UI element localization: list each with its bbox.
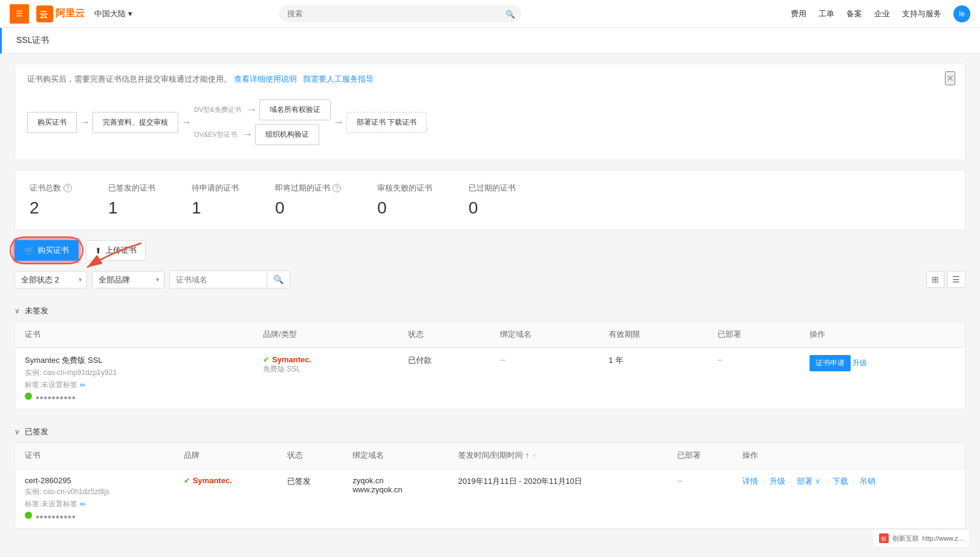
sstatus-cell: 已签发 [277,469,343,529]
domain-filter-input[interactable] [170,272,267,288]
upload-icon: ⬆ [95,246,102,255]
brand-filter[interactable]: 全部品牌 [92,271,164,288]
expiring-info-icon[interactable]: ? [333,184,341,192]
search-icon: 🔍 [505,9,515,18]
cert-apply-button[interactable]: 证书申请 [810,355,851,371]
unsigned-section: ∨ 未签发 证书 品牌/类型 状态 绑定域名 有效期限 已部署 操作 [15,298,965,409]
nav-orders[interactable]: 工单 [819,8,834,19]
unsigned-chevron: ∨ [15,307,20,315]
sdomain-cell: zyqok.cn www.zyqok.cn [343,469,449,529]
flow-buy-label: 购买证书 [37,117,67,128]
service-link[interactable]: 我需要人工服务指导 [303,74,374,83]
footer-badge: 创 创新互联 http://www.z... [872,529,970,547]
scol-validity: 签发时间/到期时间 ↑ ↑ [449,443,667,469]
flow-step-buy: 购买证书 [27,112,77,133]
region-selector[interactable]: 中国大陆 ▾ [94,8,132,19]
status-filter-wrapper: 全部状态 2 [15,271,87,288]
list-view-button[interactable]: ☰ [947,271,965,288]
brand-name: Symantec. [272,355,311,364]
signed-section-header[interactable]: ∨ 已签发 [15,419,965,442]
logo: 云 阿里云 [36,5,85,22]
scol-domain: 绑定域名 [343,443,449,469]
close-banner-button[interactable]: ✕ [945,71,955,85]
col-brand-type: 品牌/类型 [253,322,398,348]
flow-step-complete: 完善资料、提交审核 [92,112,178,133]
sbrand-name: Symantec. [193,476,232,485]
search-input[interactable] [279,5,521,22]
col-status: 状态 [398,322,490,348]
total-info-icon[interactable]: ? [63,184,72,192]
status-filter[interactable]: 全部状态 2 [15,271,87,288]
toolbar: 🛒 购买证书 ⬆ 上传证书 [15,240,965,261]
scert-info-cell: cert-2860295 实例: cas-cn-v0h1dz5zt8js 标签:… [15,469,174,529]
nav-icp[interactable]: 备案 [846,8,862,19]
tag-edit-link[interactable]: ✏ [80,381,86,389]
buy-btn-label: 购买证书 [37,245,69,256]
col-domain: 绑定域名 [490,322,599,348]
grid-view-button[interactable]: ⊞ [926,271,944,288]
signed-table-body: cert-2860295 实例: cas-cn-v0h1dz5zt8js 标签:… [15,469,965,529]
cert-instance: 实例: cas-cn-mp91dzp1y921 [25,368,244,378]
flow-step-org: 组织机构验证 [255,124,319,145]
detail-action-link[interactable]: 详情 [742,477,758,486]
user-avatar[interactable]: Ie [953,5,970,22]
flow-org-label: 组织机构验证 [265,129,309,140]
stat-total-value: 2 [30,198,72,218]
deploy-action-link[interactable]: 部署 [797,477,813,486]
download-action-link[interactable]: 下载 [832,477,848,486]
unsigned-label: 未签发 [25,305,48,316]
cart-icon: 🛒 [24,246,34,255]
dv-label: DV型&免费证书 [194,105,241,114]
table-row: cert-2860295 实例: cas-cn-v0h1dz5zt8js 标签:… [15,469,965,529]
sdomain2: www.zyqok.cn [352,485,439,494]
sort-icon[interactable]: ↑ [533,452,536,459]
upload-certificate-button[interactable]: ⬆ 上传证书 [86,240,146,261]
scol-deployed: 已部署 [667,443,733,469]
unsigned-section-header[interactable]: ∨ 未签发 [15,298,965,321]
deploy-arrow[interactable]: ∨ [814,477,821,486]
scert-name: cert-2860295 [25,476,164,485]
cert-status-icon: ●●●●●●●●●● [25,393,244,402]
buy-certificate-button[interactable]: 🛒 购买证书 [15,240,79,261]
upgrade-action-link[interactable]: 升级 [770,477,785,486]
top-nav: ☰ 云 阿里云 中国大陆 ▾ 🔍 费用 工单 备案 企业 支持与服务 Ie [0,0,980,28]
sdomain1: zyqok.cn [352,476,439,485]
nav-fees[interactable]: 费用 [791,8,806,19]
cert-name: Symantec 免费版 SSL [25,355,244,366]
region-arrow: ▾ [128,9,132,18]
logo-text: 阿里云 [56,7,85,20]
svg-text:创: 创 [881,536,886,542]
view-toggle: ⊞ ☰ [926,271,965,288]
stat-expired-label: 已过期的证书 [469,183,516,194]
table-row: Symantec 免费版 SSL 实例: cas-cn-mp91dzp1y921… [15,348,965,409]
signed-section: ∨ 已签发 证书 品牌 状态 绑定域名 签发时间/到期时间 ↑ ↑ 已部署 [15,419,965,529]
stat-expiring-value: 0 [275,198,341,218]
hamburger-button[interactable]: ☰ [10,4,29,24]
flow-branch: DV型&免费证书 → 域名所有权验证 OV&EV型证书 → 组织机构验证 [194,99,331,145]
nav-support[interactable]: 支持与服务 [902,8,941,19]
symantec-check: ✔ [263,355,270,364]
logo-icon: 云 [36,5,53,22]
flow-complete-label: 完善资料、提交审核 [103,117,168,128]
sbrand-cell: ✔ Symantec. [174,469,277,529]
action-cell: 证书申请 升级 [800,348,965,409]
detail-link[interactable]: 查看详细使用说明 [234,74,297,83]
stag-edit-link[interactable]: ✏ [80,500,86,509]
svg-text:云: 云 [39,10,48,19]
buy-button-wrapper: 🛒 购买证书 [15,240,79,261]
nav-enterprise[interactable]: 企业 [874,8,890,19]
col-action: 操作 [800,322,965,348]
domain-search-button[interactable]: 🔍 [267,271,290,288]
revoke-action-link[interactable]: 吊销 [860,477,875,486]
status-value: 已付款 [408,356,432,365]
upgrade-button[interactable]: 升级 [852,358,867,368]
scert-instance: 实例: cas-cn-v0h1dz5zt8js [25,487,164,497]
cert-info-cell: Symantec 免费版 SSL 实例: cas-cn-mp91dzp1y921… [15,348,253,409]
validity-value: 1 年 [609,356,623,365]
col-cert: 证书 [15,322,253,348]
scol-action: 操作 [733,443,965,469]
stat-pending: 待申请的证书 1 [192,183,239,218]
stat-pending-label: 待申请的证书 [192,183,239,194]
brand-filter-wrapper: 全部品牌 [92,271,164,288]
stat-failed-label: 审核失败的证书 [377,183,432,194]
